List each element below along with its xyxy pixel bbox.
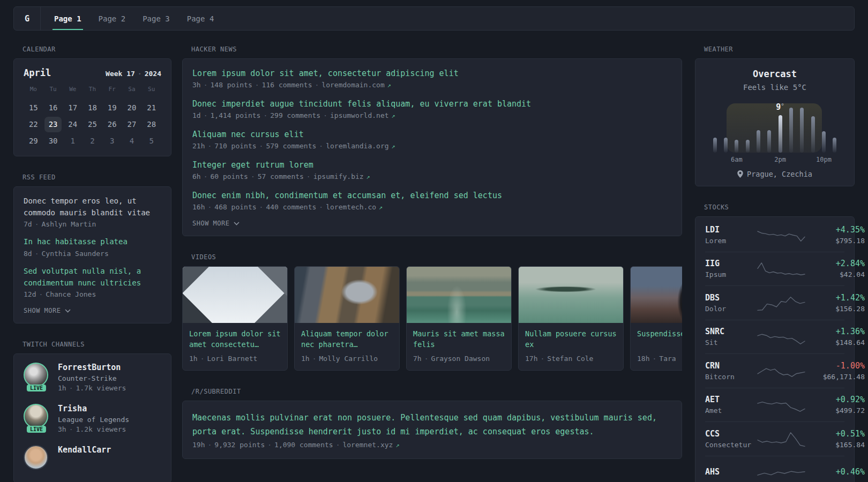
twitch-channel-row[interactable]: KendallCarr: [24, 445, 161, 474]
video-thumbnail[interactable]: [295, 267, 399, 323]
reddit-post-domain-link[interactable]: loremnet.xyz: [342, 441, 399, 449]
video-title[interactable]: Suspendisse diam: [637, 328, 682, 350]
video-card[interactable]: Lorem ipsum dolor sit amet consectetu… 1…: [182, 266, 288, 371]
external-link-icon: [364, 172, 370, 180]
subreddit-section-label: /R/SUBREDDIT: [191, 388, 682, 395]
hn-item-meta: 3h148 points116 commentsloremdomain.com: [192, 81, 672, 89]
weather-bar: [789, 108, 793, 153]
rss-item-title[interactable]: Sed volutpat nulla nisl, a condimentum n…: [24, 266, 161, 289]
stock-change: +0.46%: [806, 467, 865, 477]
video-thumbnail[interactable]: [407, 267, 511, 323]
rss-item-meta: 12dChance Jones: [24, 290, 161, 298]
stock-price: $42.04: [806, 270, 865, 278]
video-thumbnail[interactable]: [519, 267, 623, 323]
stock-row[interactable]: CRNBitcorn -1.00%$66,171.48: [705, 354, 844, 388]
rss-show-more-button[interactable]: SHOW MORE: [24, 307, 161, 314]
stock-sparkline: [757, 463, 806, 482]
hn-item-meta: 21h710 points579 commentsloremlandia.org: [192, 142, 672, 150]
location-pin-icon: [737, 170, 743, 178]
hn-item-domain-link[interactable]: ipsumify.biz: [313, 172, 370, 180]
video-title[interactable]: Mauris sit amet massa felis: [413, 328, 505, 350]
stock-row[interactable]: LDILorem +4.35%$795.18: [705, 218, 844, 252]
stock-symbol: AHS: [705, 467, 757, 477]
calendar-day: 21: [141, 100, 161, 116]
calendar-day: 15: [24, 100, 43, 116]
calendar-day: 30: [43, 133, 63, 149]
channel-name[interactable]: Trisha: [58, 404, 129, 413]
tab-page-4[interactable]: Page 4: [185, 7, 216, 30]
channel-avatar[interactable]: [24, 404, 48, 428]
tab-page-1[interactable]: Page 1: [53, 7, 83, 30]
video-meta: 1hMolly Carrillo: [301, 355, 393, 363]
calendar-day: 28: [141, 116, 161, 133]
video-card[interactable]: Suspendisse diam 18hTara: [630, 266, 682, 371]
hn-item-title[interactable]: Donec imperdiet augue tincidunt felis al…: [192, 99, 672, 109]
hn-item-domain-link[interactable]: ipsumworld.net: [330, 111, 395, 119]
calendar-week-info: Week 172024: [106, 70, 161, 78]
hn-item-title[interactable]: Aliquam nec cursus elit: [192, 130, 672, 139]
stock-name: Amet: [705, 406, 757, 415]
rss-item-title[interactable]: Donec tempor eros leo, ut commodo mauris…: [24, 195, 161, 219]
stock-name: Lorem: [705, 237, 757, 245]
video-card[interactable]: Nullam posuere cursus ex 17hStefan Cole: [518, 266, 624, 371]
stock-row[interactable]: CCSConsectetur +0.51%$165.84: [705, 422, 844, 456]
video-card[interactable]: Aliquam tempor dolor nec pharetra… 1hMol…: [294, 266, 400, 371]
weather-bar: [746, 140, 750, 153]
calendar-widget: CALENDAR April Week 172024 MoTuWeThFrSaS…: [13, 46, 171, 156]
reddit-post-meta: 19h9,932 points1,090 commentsloremnet.xy…: [192, 441, 672, 449]
rss-item-title[interactable]: In hac habitasse platea: [24, 236, 161, 248]
stock-row[interactable]: IIGIpsum +2.84%$42.04: [705, 252, 844, 287]
hn-show-more-button[interactable]: SHOW MORE: [192, 220, 672, 227]
weather-hour-label: 2pm: [774, 156, 786, 163]
videos-section-label: VIDEOS: [191, 253, 682, 261]
twitch-channel-row[interactable]: LIVE ForrestBurton Counter-Strike 1h1.7k…: [24, 363, 161, 392]
hn-item-title[interactable]: Integer eget rutrum lorem: [192, 160, 672, 170]
calendar-day: 20: [122, 100, 142, 116]
video-thumbnail[interactable]: [631, 267, 682, 323]
hn-item: Donec enim nibh, condimentum et accumsan…: [192, 191, 672, 211]
weather-forecast-chart: 6am2pm10pm9°: [709, 98, 840, 163]
stock-symbol: SNRC: [705, 327, 757, 336]
stocks-section-label: STOCKS: [704, 204, 855, 211]
video-thumbnail[interactable]: [183, 267, 287, 323]
calendar-day: 16: [43, 100, 63, 116]
stock-row[interactable]: DBSDolor +1.42%$156.28: [705, 286, 844, 320]
stock-sparkline: [757, 395, 806, 415]
video-title[interactable]: Nullam posuere cursus ex: [525, 328, 617, 350]
hn-item: Lorem ipsum dolor sit amet, consectetur …: [192, 69, 672, 89]
calendar-day: 19: [102, 100, 122, 116]
video-title[interactable]: Lorem ipsum dolor sit amet consectetu…: [189, 328, 281, 350]
stock-price: $499.72: [806, 406, 865, 415]
hn-item-title[interactable]: Donec enim nibh, condimentum et accumsan…: [192, 191, 672, 200]
hn-item-domain-link[interactable]: loremtech.co: [326, 203, 383, 211]
hn-item-domain-link[interactable]: loremlandia.org: [326, 142, 395, 150]
hn-item-domain-link[interactable]: loremdomain.com: [321, 81, 391, 89]
stock-row[interactable]: AHS +0.46%: [705, 456, 844, 482]
channel-name[interactable]: KendallCarr: [58, 445, 111, 455]
stock-change: +1.36%: [806, 327, 865, 336]
stock-symbol: CRN: [705, 361, 757, 371]
calendar-day: 5: [141, 133, 161, 149]
weather-bar-current: [779, 115, 782, 153]
stock-row[interactable]: AETAmet +0.92%$499.72: [705, 388, 844, 423]
channel-avatar[interactable]: [24, 445, 48, 470]
video-meta: 17hStefan Cole: [525, 355, 617, 363]
stock-symbol: IIG: [705, 259, 757, 268]
stock-name: Consectetur: [705, 441, 757, 449]
channel-game: Counter-Strike: [58, 374, 126, 382]
stock-row[interactable]: SNRCSit +1.36%$148.64: [705, 320, 844, 355]
app-logo: G: [14, 7, 41, 30]
hn-item-title[interactable]: Lorem ipsum dolor sit amet, consectetur …: [192, 69, 672, 78]
reddit-post-title[interactable]: Maecenas mollis pulvinar erat non posuer…: [192, 411, 672, 439]
twitch-channel-row[interactable]: LIVE Trisha League of Legends 3h1.2k vie…: [24, 404, 161, 433]
weekday-label: Tu: [43, 86, 63, 100]
tab-page-3[interactable]: Page 3: [141, 7, 171, 30]
page-tabs: Page 1 Page 2 Page 3 Page 4: [53, 7, 215, 30]
channel-avatar[interactable]: [24, 363, 48, 387]
video-title[interactable]: Aliquam tempor dolor nec pharetra…: [301, 328, 393, 350]
tab-page-2[interactable]: Page 2: [97, 7, 128, 30]
video-card[interactable]: Mauris sit amet massa felis 7hGrayson Da…: [406, 266, 512, 371]
stock-name: Ipsum: [705, 270, 757, 278]
channel-name[interactable]: ForrestBurton: [58, 363, 126, 372]
calendar-day: 25: [83, 116, 102, 133]
